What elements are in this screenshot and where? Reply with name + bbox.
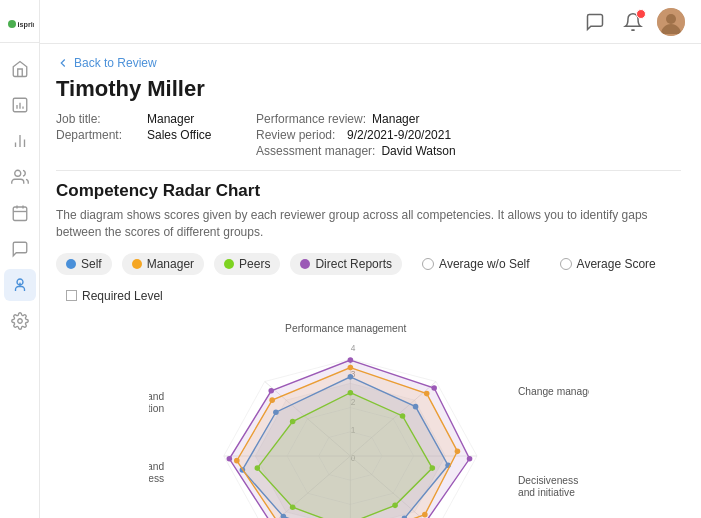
info-right: Performance review: Manager Review perio… bbox=[256, 112, 681, 158]
info-row-dept: Department: Sales Office bbox=[56, 128, 256, 142]
sidebar-item-users[interactable] bbox=[4, 161, 36, 193]
legend-item-peers[interactable]: Peers bbox=[214, 253, 280, 275]
sidebar-item-settings[interactable] bbox=[4, 305, 36, 337]
content-area: Back to Review Timothy Miller Job title:… bbox=[40, 44, 701, 518]
legend-item-average-wo-self[interactable]: Average w/o Self bbox=[412, 253, 540, 275]
svg-text:innovativeness: innovativeness bbox=[149, 473, 164, 484]
info-row-jobtitle: Job title: Manager bbox=[56, 112, 256, 126]
svg-text:Decisiveness: Decisiveness bbox=[517, 475, 577, 486]
svg-text:Change management: Change management bbox=[517, 386, 588, 397]
back-link[interactable]: Back to Review bbox=[56, 56, 681, 70]
assessment-manager-label: Assessment manager: bbox=[256, 144, 375, 158]
info-row-manager: Assessment manager: David Watson bbox=[256, 144, 681, 158]
chart-area: Performance management Change management… bbox=[56, 321, 681, 518]
svg-point-12 bbox=[17, 319, 22, 324]
svg-text:4: 4 bbox=[350, 342, 355, 352]
page-title: Timothy Miller bbox=[56, 76, 681, 102]
topbar bbox=[40, 0, 701, 44]
legend-item-manager[interactable]: Manager bbox=[122, 253, 204, 275]
chart-description: The diagram shows scores given by each r… bbox=[56, 207, 681, 241]
notification-badge bbox=[636, 9, 646, 19]
legend-label-manager: Manager bbox=[147, 257, 194, 271]
legend-circle-avg-score bbox=[560, 258, 572, 270]
performance-review-label: Performance review: bbox=[256, 112, 366, 126]
sidebar-item-reports[interactable] bbox=[4, 89, 36, 121]
chat-icon[interactable] bbox=[581, 8, 609, 36]
svg-point-70 bbox=[466, 456, 472, 462]
legend-circle-avg-wo-self bbox=[422, 258, 434, 270]
legend-dot-peers bbox=[224, 259, 234, 269]
svg-text:and initiative: and initiative bbox=[517, 487, 574, 498]
legend-label-direct-reports: Direct Reports bbox=[315, 257, 392, 271]
sidebar-item-chart[interactable] bbox=[4, 125, 36, 157]
info-row-period: Review period: 9/2/2021-9/20/2021 bbox=[256, 128, 681, 142]
legend-label-required-level: Required Level bbox=[82, 289, 163, 303]
svg-point-68 bbox=[347, 357, 353, 363]
info-row-review: Performance review: Manager bbox=[256, 112, 681, 126]
sidebar-item-chat[interactable] bbox=[4, 233, 36, 265]
back-link-label: Back to Review bbox=[74, 56, 157, 70]
legend-square-required-level bbox=[66, 290, 77, 301]
review-period-value: 9/2/2021-9/20/2021 bbox=[347, 128, 451, 142]
svg-text:Planning and: Planning and bbox=[149, 391, 164, 402]
legend-label-average-wo-self: Average w/o Self bbox=[439, 257, 530, 271]
legend-item-self[interactable]: Self bbox=[56, 253, 112, 275]
svg-text:organization: organization bbox=[149, 403, 164, 414]
job-title-label: Job title: bbox=[56, 112, 141, 126]
legend-label-peers: Peers bbox=[239, 257, 270, 271]
legend-item-direct-reports[interactable]: Direct Reports bbox=[290, 253, 402, 275]
legend-label-average-score: Average Score bbox=[577, 257, 656, 271]
legend-item-required-level[interactable]: Required Level bbox=[56, 285, 173, 307]
main-content: Back to Review Timothy Miller Job title:… bbox=[40, 0, 701, 518]
user-avatar[interactable] bbox=[657, 8, 685, 36]
svg-text:ispring: ispring bbox=[17, 20, 33, 29]
legend-dot-manager bbox=[132, 259, 142, 269]
legend-dot-self bbox=[66, 259, 76, 269]
department-label: Department: bbox=[56, 128, 141, 142]
svg-point-0 bbox=[8, 20, 16, 28]
sidebar-item-calendar[interactable] bbox=[4, 197, 36, 229]
svg-rect-7 bbox=[13, 207, 27, 221]
svg-point-74 bbox=[226, 456, 232, 462]
svg-point-14 bbox=[666, 14, 676, 24]
svg-point-75 bbox=[268, 388, 274, 394]
job-title-value: Manager bbox=[147, 112, 194, 126]
sidebar: ispring bbox=[0, 0, 40, 518]
legend-label-self: Self bbox=[81, 257, 102, 271]
radar-chart: Performance management Change management… bbox=[149, 321, 589, 518]
info-grid: Job title: Manager Department: Sales Off… bbox=[56, 112, 681, 158]
svg-point-69 bbox=[431, 385, 437, 391]
performance-review-value: Manager bbox=[372, 112, 419, 126]
svg-point-6 bbox=[14, 170, 20, 176]
info-left: Job title: Manager Department: Sales Off… bbox=[56, 112, 256, 158]
legend-item-average-score[interactable]: Average Score bbox=[550, 253, 666, 275]
chart-legend: Self Manager Peers Direct Reports Averag… bbox=[56, 253, 681, 307]
divider bbox=[56, 170, 681, 171]
assessment-manager-value: David Watson bbox=[381, 144, 455, 158]
svg-text:Performance management: Performance management bbox=[285, 323, 406, 334]
svg-text:Creativity and: Creativity and bbox=[149, 461, 164, 472]
department-value: Sales Office bbox=[147, 128, 211, 142]
sidebar-item-home[interactable] bbox=[4, 53, 36, 85]
notification-icon[interactable] bbox=[619, 8, 647, 36]
logo: ispring bbox=[0, 10, 39, 43]
sidebar-item-performance[interactable] bbox=[4, 269, 36, 301]
chart-title: Competency Radar Chart bbox=[56, 181, 681, 201]
review-period-label: Review period: bbox=[256, 128, 341, 142]
legend-dot-direct-reports bbox=[300, 259, 310, 269]
